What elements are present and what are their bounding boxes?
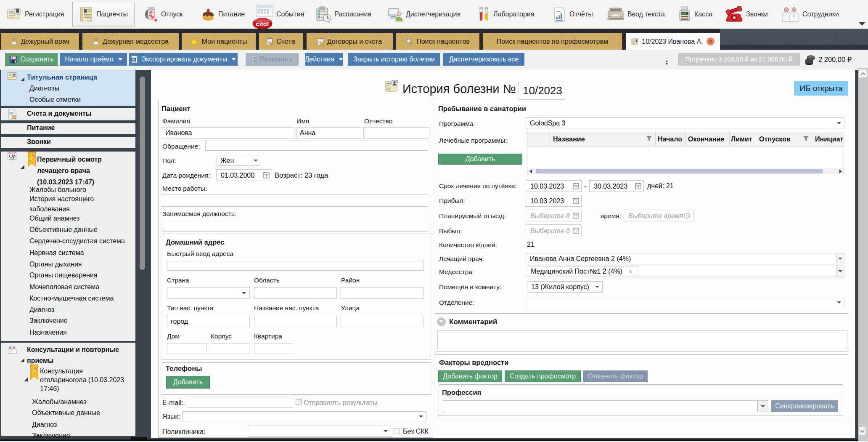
svg-text:7: 7 — [575, 230, 577, 234]
svg-text:7: 7 — [575, 200, 577, 204]
svg-text:cito!: cito! — [256, 20, 269, 27]
svg-text:7: 7 — [637, 185, 639, 189]
svg-text:7: 7 — [575, 215, 577, 219]
svg-text:W: W — [132, 58, 135, 62]
svg-text:7: 7 — [575, 185, 577, 189]
svg-text:7: 7 — [265, 174, 267, 178]
svg-text:888: 888 — [682, 12, 686, 15]
